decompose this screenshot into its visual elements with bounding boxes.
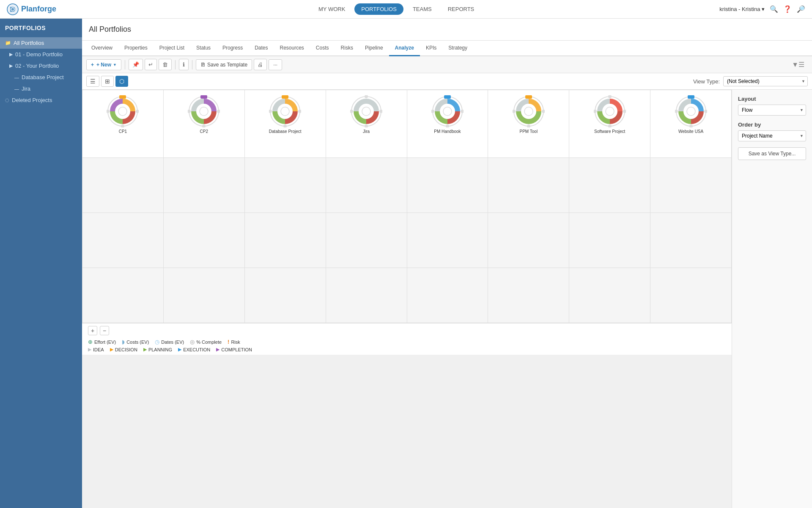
legend-complete: ◎ % Complete bbox=[190, 339, 222, 345]
legend-row-2: ▶ IDEA ▶ DECISION ▶ PLANNING ▶ bbox=[88, 347, 726, 352]
svg-point-53 bbox=[623, 110, 626, 113]
view-type-select[interactable]: (Not Selected) Portfolio Overview Risk M… bbox=[723, 76, 808, 86]
tab-status[interactable]: Status bbox=[190, 41, 217, 56]
nav-right: kristina - Kristina ▾ 🔍 ❓ 🔎 bbox=[719, 5, 805, 13]
svg-point-38 bbox=[446, 124, 449, 127]
new-button[interactable]: + + New ▼ bbox=[86, 59, 121, 70]
move-button[interactable]: ↵ bbox=[145, 59, 157, 70]
tab-overview[interactable]: Overview bbox=[85, 41, 118, 56]
grid-wrapper: CP1 bbox=[82, 90, 812, 508]
filter-button[interactable]: ▼☰ bbox=[788, 59, 808, 70]
plus-icon: + bbox=[91, 62, 94, 68]
tabs-bar: Overview Properties Project List Status … bbox=[82, 41, 812, 56]
tab-costs[interactable]: Costs bbox=[310, 41, 335, 56]
card-view-btn[interactable]: ⊞ bbox=[101, 76, 114, 87]
logo[interactable]: Planforge bbox=[7, 3, 56, 15]
legend-row-1: ⊕ Effort (EV) ◗ Costs (EV) ◷ Dates (EV) bbox=[88, 339, 726, 345]
nav-teams[interactable]: TEAMS bbox=[406, 3, 439, 15]
bubble-view-btn[interactable]: ⬡ bbox=[115, 76, 128, 87]
tab-dates[interactable]: Dates bbox=[249, 41, 274, 56]
project-card-cp2[interactable]: CP2 bbox=[165, 92, 243, 137]
sidebar-item-demo-portfolio[interactable]: ▶ 01 - Demo Portfolio bbox=[0, 49, 82, 60]
svg-point-60 bbox=[704, 110, 707, 113]
project-circle-cp1 bbox=[107, 95, 139, 127]
user-menu[interactable]: kristina - Kristina ▾ bbox=[719, 6, 765, 12]
sidebar-item-jira[interactable]: — Jira bbox=[0, 83, 82, 94]
delete-button[interactable]: 🗑 bbox=[159, 59, 172, 70]
print-button[interactable]: 🖨 bbox=[254, 59, 267, 70]
svg-rect-17 bbox=[200, 95, 207, 99]
project-card-website[interactable]: Website USA bbox=[652, 92, 730, 137]
list-view-btn[interactable]: ☰ bbox=[86, 76, 99, 87]
svg-point-16 bbox=[188, 110, 191, 113]
grid-row-2 bbox=[82, 158, 732, 213]
project-name-cp1: CP1 bbox=[119, 129, 127, 134]
sidebar-header: PORTFOLIOS bbox=[0, 19, 82, 37]
tab-strategy[interactable]: Strategy bbox=[442, 41, 473, 56]
toolbar-separator-2 bbox=[175, 60, 176, 69]
sidebar-item-your-portfolio[interactable]: ▶ 02 - Your Portfolio bbox=[0, 60, 82, 72]
project-name-website: Website USA bbox=[678, 129, 703, 134]
tab-properties[interactable]: Properties bbox=[118, 41, 154, 56]
project-card-database[interactable]: Database Project bbox=[247, 92, 324, 137]
empty-cell-3-2 bbox=[163, 213, 244, 268]
grid-row-4 bbox=[82, 268, 732, 323]
tab-progress[interactable]: Progress bbox=[217, 41, 249, 56]
svg-point-34 bbox=[440, 104, 455, 119]
tab-project-list[interactable]: Project List bbox=[154, 41, 190, 56]
execution-arrow: ▶ bbox=[178, 347, 181, 352]
order-by-select[interactable]: Project Name Status Priority Start Date bbox=[738, 130, 806, 141]
tab-analyze[interactable]: Analyze bbox=[389, 41, 420, 56]
project-card-jira[interactable]: Jira bbox=[328, 92, 405, 137]
empty-cell-4-8 bbox=[650, 268, 732, 323]
costs-icon: ◗ bbox=[122, 339, 125, 345]
project-card-cp1[interactable]: CP1 bbox=[84, 92, 162, 137]
project-card-pmhandbook[interactable]: PM Handbook bbox=[409, 92, 486, 137]
content-area: All Portfolios Overview Properties Proje… bbox=[82, 19, 812, 508]
tab-risks[interactable]: Risks bbox=[335, 41, 359, 56]
legend-risk: ! Risk bbox=[228, 339, 240, 345]
nav-reports[interactable]: REPORTS bbox=[441, 3, 481, 15]
empty-cell-2-2 bbox=[163, 158, 244, 213]
project-grid: CP1 bbox=[82, 90, 732, 323]
tab-kpis[interactable]: KPIs bbox=[420, 41, 442, 56]
pin-button[interactable]: 📌 bbox=[129, 59, 143, 70]
svg-point-50 bbox=[602, 104, 617, 119]
project-card-software[interactable]: Software Project bbox=[571, 92, 648, 137]
info-button[interactable]: ℹ bbox=[179, 59, 189, 70]
layout-select[interactable]: Flow Tree Grid bbox=[738, 105, 806, 116]
sidebar-item-database-project[interactable]: — Database Project bbox=[0, 72, 82, 83]
project-name-database: Database Project bbox=[269, 129, 302, 134]
layout-section: Layout Flow Tree Grid bbox=[738, 96, 806, 116]
svg-rect-25 bbox=[282, 95, 288, 99]
legend-idea: ▶ IDEA bbox=[88, 347, 104, 352]
zoom-icon[interactable]: 🔎 bbox=[797, 5, 805, 13]
svg-point-32 bbox=[350, 110, 353, 113]
portfolio-icon-2: ▶ bbox=[9, 63, 13, 69]
sidebar-item-all-portfolios[interactable]: 📁 All Portfolios bbox=[0, 37, 82, 49]
nav-my-work[interactable]: MY WORK bbox=[312, 3, 352, 15]
save-template-button[interactable]: 🖹 Save as Template bbox=[196, 59, 252, 70]
grid-cell-website: Website USA bbox=[650, 90, 732, 158]
search-icon[interactable]: 🔍 bbox=[770, 5, 778, 13]
save-view-type-button[interactable]: Save as View Type... bbox=[738, 147, 806, 160]
order-by-section: Order by Project Name Status Priority St… bbox=[738, 121, 806, 141]
toolbar: + + New ▼ 📌 ↵ 🗑 ℹ 🖹 Save as Template 🖨 ·… bbox=[82, 56, 812, 73]
sidebar-item-deleted-projects[interactable]: ◌ Deleted Projects bbox=[0, 94, 82, 106]
svg-point-19 bbox=[277, 104, 293, 119]
tab-resources[interactable]: Resources bbox=[274, 41, 310, 56]
page-title: All Portfolios bbox=[89, 25, 131, 34]
empty-cell-3-6 bbox=[488, 213, 569, 268]
help-icon[interactable]: ❓ bbox=[783, 5, 792, 13]
nav-portfolios[interactable]: PORTFOLIOS bbox=[354, 3, 403, 15]
grid-row-1: CP1 bbox=[82, 90, 732, 158]
zoom-out-button[interactable]: − bbox=[100, 326, 109, 335]
complete-label: % Complete bbox=[196, 340, 222, 345]
more-button[interactable]: ··· bbox=[269, 59, 282, 70]
project-card-ppmtool[interactable]: PPM Tool bbox=[490, 92, 567, 137]
zoom-in-button[interactable]: + bbox=[88, 326, 97, 335]
side-panel: Layout Flow Tree Grid Order by Project N… bbox=[732, 90, 812, 508]
svg-point-61 bbox=[689, 124, 693, 127]
empty-cell-4-6 bbox=[488, 268, 569, 323]
tab-pipeline[interactable]: Pipeline bbox=[359, 41, 389, 56]
